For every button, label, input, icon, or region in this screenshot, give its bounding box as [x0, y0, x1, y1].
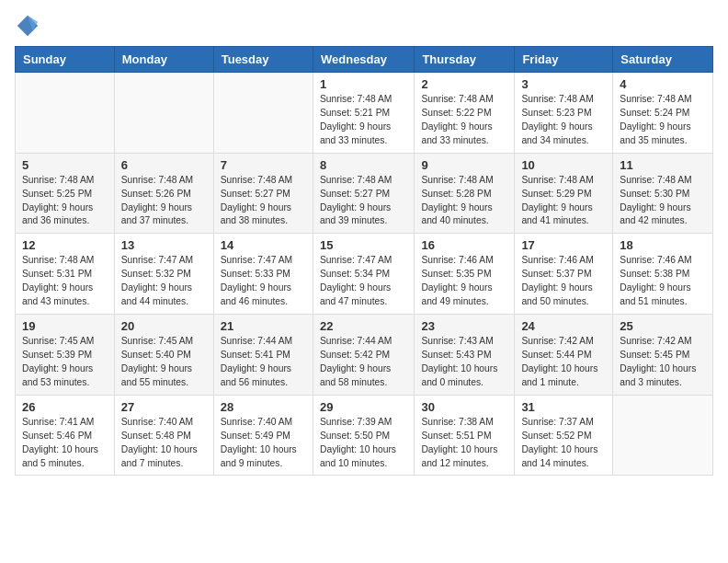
header	[15, 9, 713, 39]
day-info: Sunrise: 7:41 AMSunset: 5:46 PMDaylight:…	[22, 416, 108, 471]
calendar-cell	[213, 73, 313, 154]
day-info: Sunrise: 7:48 AMSunset: 5:28 PMDaylight:…	[421, 174, 507, 229]
day-number: 11	[620, 158, 706, 172]
logo-icon	[15, 13, 40, 39]
day-info: Sunrise: 7:42 AMSunset: 5:45 PMDaylight:…	[620, 335, 706, 390]
calendar-header-friday: Friday	[515, 47, 613, 73]
calendar-table: SundayMondayTuesdayWednesdayThursdayFrid…	[15, 46, 713, 476]
day-number: 4	[620, 77, 706, 91]
day-info: Sunrise: 7:44 AMSunset: 5:41 PMDaylight:…	[221, 335, 306, 390]
calendar-cell: 10Sunrise: 7:48 AMSunset: 5:29 PMDayligh…	[515, 153, 613, 234]
calendar-cell: 8Sunrise: 7:48 AMSunset: 5:27 PMDaylight…	[313, 153, 414, 234]
calendar-cell	[114, 73, 213, 154]
day-info: Sunrise: 7:48 AMSunset: 5:30 PMDaylight:…	[620, 174, 706, 229]
calendar-header-saturday: Saturday	[613, 47, 713, 73]
day-info: Sunrise: 7:48 AMSunset: 5:26 PMDaylight:…	[121, 174, 207, 229]
day-number: 31	[521, 400, 606, 414]
calendar-cell: 31Sunrise: 7:37 AMSunset: 5:52 PMDayligh…	[515, 395, 613, 476]
day-info: Sunrise: 7:39 AMSunset: 5:50 PMDaylight:…	[320, 416, 407, 471]
calendar-header-thursday: Thursday	[415, 47, 515, 73]
calendar-cell: 21Sunrise: 7:44 AMSunset: 5:41 PMDayligh…	[213, 315, 313, 396]
day-number: 21	[221, 319, 306, 333]
day-number: 20	[121, 319, 207, 333]
day-number: 19	[22, 319, 108, 333]
day-info: Sunrise: 7:38 AMSunset: 5:51 PMDaylight:…	[421, 416, 507, 471]
day-info: Sunrise: 7:48 AMSunset: 5:25 PMDaylight:…	[22, 174, 108, 229]
calendar-cell: 20Sunrise: 7:45 AMSunset: 5:40 PMDayligh…	[114, 315, 213, 396]
day-number: 5	[22, 158, 108, 172]
calendar-cell: 12Sunrise: 7:48 AMSunset: 5:31 PMDayligh…	[16, 234, 115, 315]
day-number: 10	[521, 158, 606, 172]
day-number: 7	[221, 158, 306, 172]
day-info: Sunrise: 7:47 AMSunset: 5:32 PMDaylight:…	[121, 254, 207, 309]
calendar-cell: 2Sunrise: 7:48 AMSunset: 5:22 PMDaylight…	[415, 73, 515, 154]
calendar-cell: 19Sunrise: 7:45 AMSunset: 5:39 PMDayligh…	[16, 315, 115, 396]
day-info: Sunrise: 7:44 AMSunset: 5:42 PMDaylight:…	[320, 335, 407, 390]
calendar-cell: 18Sunrise: 7:46 AMSunset: 5:38 PMDayligh…	[613, 234, 713, 315]
calendar-cell: 11Sunrise: 7:48 AMSunset: 5:30 PMDayligh…	[613, 153, 713, 234]
day-info: Sunrise: 7:48 AMSunset: 5:24 PMDaylight:…	[620, 93, 706, 148]
calendar-cell: 17Sunrise: 7:46 AMSunset: 5:37 PMDayligh…	[515, 234, 613, 315]
day-number: 28	[221, 400, 306, 414]
day-info: Sunrise: 7:45 AMSunset: 5:39 PMDaylight:…	[22, 335, 108, 390]
day-number: 25	[620, 319, 706, 333]
day-info: Sunrise: 7:47 AMSunset: 5:33 PMDaylight:…	[221, 254, 306, 309]
day-number: 8	[320, 158, 407, 172]
day-info: Sunrise: 7:48 AMSunset: 5:21 PMDaylight:…	[320, 93, 407, 148]
calendar-cell: 9Sunrise: 7:48 AMSunset: 5:28 PMDaylight…	[415, 153, 515, 234]
day-info: Sunrise: 7:48 AMSunset: 5:27 PMDaylight:…	[320, 174, 407, 229]
calendar-cell: 16Sunrise: 7:46 AMSunset: 5:35 PMDayligh…	[415, 234, 515, 315]
day-number: 17	[521, 238, 606, 252]
day-number: 27	[121, 400, 207, 414]
calendar-header-row: SundayMondayTuesdayWednesdayThursdayFrid…	[16, 47, 713, 73]
day-info: Sunrise: 7:45 AMSunset: 5:40 PMDaylight:…	[121, 335, 207, 390]
day-info: Sunrise: 7:43 AMSunset: 5:43 PMDaylight:…	[421, 335, 507, 390]
logo	[15, 13, 42, 39]
calendar-week-row: 26Sunrise: 7:41 AMSunset: 5:46 PMDayligh…	[16, 395, 713, 476]
day-info: Sunrise: 7:48 AMSunset: 5:31 PMDaylight:…	[22, 254, 108, 309]
calendar-cell: 30Sunrise: 7:38 AMSunset: 5:51 PMDayligh…	[415, 395, 515, 476]
calendar-header-wednesday: Wednesday	[313, 47, 414, 73]
page-container: SundayMondayTuesdayWednesdayThursdayFrid…	[0, 0, 728, 490]
calendar-cell: 7Sunrise: 7:48 AMSunset: 5:27 PMDaylight…	[213, 153, 313, 234]
calendar-cell: 23Sunrise: 7:43 AMSunset: 5:43 PMDayligh…	[415, 315, 515, 396]
day-number: 26	[22, 400, 108, 414]
day-number: 16	[421, 238, 507, 252]
day-info: Sunrise: 7:42 AMSunset: 5:44 PMDaylight:…	[521, 335, 606, 390]
calendar-cell: 4Sunrise: 7:48 AMSunset: 5:24 PMDaylight…	[613, 73, 713, 154]
calendar-cell: 3Sunrise: 7:48 AMSunset: 5:23 PMDaylight…	[515, 73, 613, 154]
calendar-cell: 5Sunrise: 7:48 AMSunset: 5:25 PMDaylight…	[16, 153, 115, 234]
day-info: Sunrise: 7:48 AMSunset: 5:29 PMDaylight:…	[521, 174, 606, 229]
day-number: 13	[121, 238, 207, 252]
day-number: 12	[22, 238, 108, 252]
calendar-cell: 22Sunrise: 7:44 AMSunset: 5:42 PMDayligh…	[313, 315, 414, 396]
day-info: Sunrise: 7:40 AMSunset: 5:49 PMDaylight:…	[221, 416, 306, 471]
day-number: 14	[221, 238, 306, 252]
calendar-cell: 14Sunrise: 7:47 AMSunset: 5:33 PMDayligh…	[213, 234, 313, 315]
calendar-cell: 24Sunrise: 7:42 AMSunset: 5:44 PMDayligh…	[515, 315, 613, 396]
day-number: 1	[320, 77, 407, 91]
day-info: Sunrise: 7:47 AMSunset: 5:34 PMDaylight:…	[320, 254, 407, 309]
calendar-cell: 29Sunrise: 7:39 AMSunset: 5:50 PMDayligh…	[313, 395, 414, 476]
day-number: 3	[521, 77, 606, 91]
day-number: 2	[421, 77, 507, 91]
calendar-week-row: 5Sunrise: 7:48 AMSunset: 5:25 PMDaylight…	[16, 153, 713, 234]
calendar-cell: 25Sunrise: 7:42 AMSunset: 5:45 PMDayligh…	[613, 315, 713, 396]
day-number: 30	[421, 400, 507, 414]
day-info: Sunrise: 7:48 AMSunset: 5:22 PMDaylight:…	[421, 93, 507, 148]
calendar-cell: 28Sunrise: 7:40 AMSunset: 5:49 PMDayligh…	[213, 395, 313, 476]
calendar-week-row: 19Sunrise: 7:45 AMSunset: 5:39 PMDayligh…	[16, 315, 713, 396]
day-info: Sunrise: 7:46 AMSunset: 5:37 PMDaylight:…	[521, 254, 606, 309]
day-info: Sunrise: 7:40 AMSunset: 5:48 PMDaylight:…	[121, 416, 207, 471]
day-number: 18	[620, 238, 706, 252]
calendar-cell: 13Sunrise: 7:47 AMSunset: 5:32 PMDayligh…	[114, 234, 213, 315]
calendar-cell: 15Sunrise: 7:47 AMSunset: 5:34 PMDayligh…	[313, 234, 414, 315]
day-info: Sunrise: 7:46 AMSunset: 5:35 PMDaylight:…	[421, 254, 507, 309]
calendar-cell	[16, 73, 115, 154]
calendar-cell: 27Sunrise: 7:40 AMSunset: 5:48 PMDayligh…	[114, 395, 213, 476]
day-info: Sunrise: 7:46 AMSunset: 5:38 PMDaylight:…	[620, 254, 706, 309]
calendar-header-monday: Monday	[114, 47, 213, 73]
calendar-cell: 6Sunrise: 7:48 AMSunset: 5:26 PMDaylight…	[114, 153, 213, 234]
day-number: 15	[320, 238, 407, 252]
calendar-week-row: 1Sunrise: 7:48 AMSunset: 5:21 PMDaylight…	[16, 73, 713, 154]
